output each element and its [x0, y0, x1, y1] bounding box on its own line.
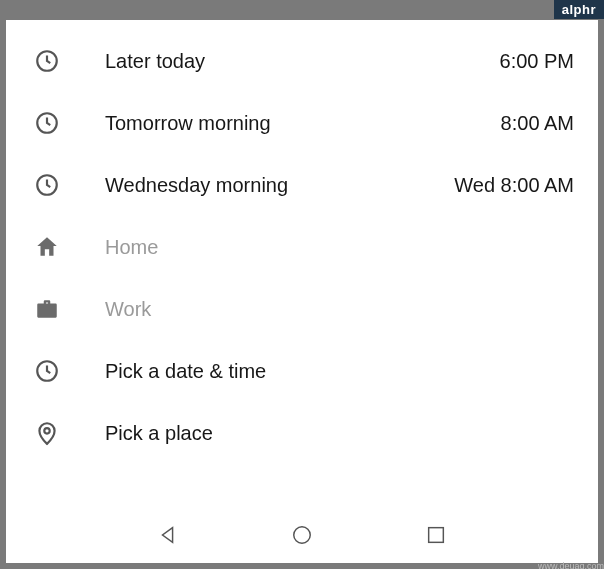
- source-badge: alphr: [554, 0, 604, 19]
- option-label: Pick a place: [105, 422, 574, 445]
- option-wednesday-morning[interactable]: Wednesday morning Wed 8:00 AM: [6, 154, 598, 216]
- option-label: Work: [105, 298, 574, 321]
- svg-rect-6: [429, 528, 444, 543]
- option-tomorrow-morning[interactable]: Tomorrow morning 8:00 AM: [6, 92, 598, 154]
- status-bar: [6, 6, 598, 20]
- option-label: Home: [105, 236, 574, 259]
- clock-icon: [34, 48, 60, 74]
- option-pick-place[interactable]: Pick a place: [6, 402, 598, 464]
- option-value: Wed 8:00 AM: [454, 174, 574, 197]
- android-nav-bar: [6, 507, 598, 563]
- watermark: www.deuaq.com: [538, 561, 604, 569]
- briefcase-icon: [34, 296, 60, 322]
- pin-icon: [34, 420, 60, 446]
- clock-icon: [34, 172, 60, 198]
- option-label: Pick a date & time: [105, 360, 574, 383]
- option-value: 6:00 PM: [500, 50, 574, 73]
- clock-icon: [34, 110, 60, 136]
- option-label: Tomorrow morning: [105, 112, 501, 135]
- option-pick-date-time[interactable]: Pick a date & time: [6, 340, 598, 402]
- option-later-today[interactable]: Later today 6:00 PM: [6, 30, 598, 92]
- recents-button[interactable]: [424, 523, 448, 547]
- home-button[interactable]: [290, 523, 314, 547]
- option-label: Wednesday morning: [105, 174, 454, 197]
- option-value: 8:00 AM: [501, 112, 574, 135]
- snooze-dialog: alphr Later today 6:00 PM Tomorrow morni…: [0, 0, 604, 569]
- option-home[interactable]: Home: [6, 216, 598, 278]
- svg-point-4: [44, 428, 49, 433]
- back-button[interactable]: [156, 523, 180, 547]
- option-work[interactable]: Work: [6, 278, 598, 340]
- clock-icon: [34, 358, 60, 384]
- option-label: Later today: [105, 50, 500, 73]
- snooze-options-list: Later today 6:00 PM Tomorrow morning 8:0…: [6, 20, 598, 464]
- svg-point-5: [294, 527, 311, 544]
- home-icon: [34, 234, 60, 260]
